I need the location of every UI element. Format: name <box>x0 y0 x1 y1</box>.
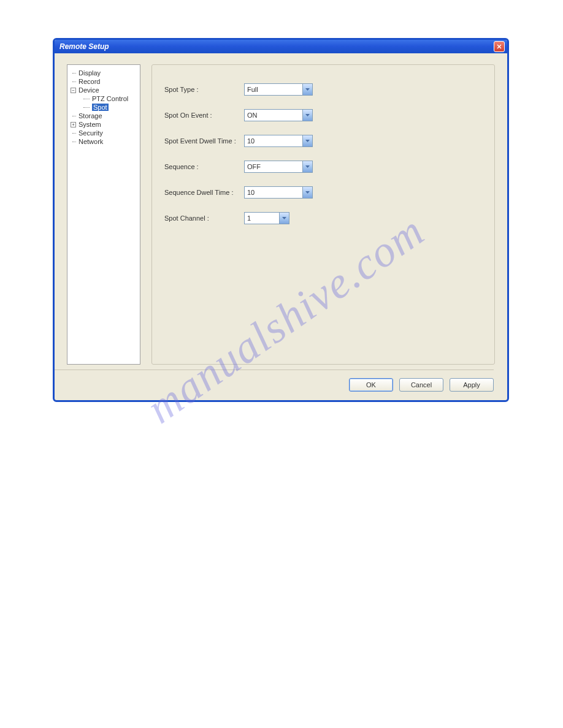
tree-label: Display <box>79 69 101 77</box>
tree-label: Device <box>79 86 99 94</box>
row-spot-on-event: Spot On Event : ON <box>164 109 482 121</box>
tree-label: System <box>79 121 101 128</box>
remote-setup-dialog: Remote Setup Display Record − Device PTZ… <box>53 38 509 402</box>
dialog-content: Display Record − Device PTZ Control Spot… <box>55 53 507 378</box>
chevron-down-icon <box>302 84 312 95</box>
ok-button[interactable]: OK <box>349 378 393 392</box>
tree-item-display[interactable]: Display <box>70 69 137 77</box>
label-spot-on-event: Spot On Event : <box>164 112 244 119</box>
dropdown-spot-on-event[interactable]: ON <box>244 109 313 121</box>
dropdown-spot-type[interactable]: Full <box>244 83 313 96</box>
label-sequence: Sequence : <box>164 163 244 170</box>
collapse-icon[interactable]: − <box>71 88 76 93</box>
titlebar: Remote Setup <box>55 40 507 53</box>
close-icon <box>497 44 502 49</box>
tree-label: Record <box>79 78 100 85</box>
tree-label: Network <box>79 138 103 145</box>
dropdown-value: 10 <box>245 189 302 196</box>
tree-item-storage[interactable]: Storage <box>70 112 137 120</box>
window-title: Remote Setup <box>59 42 109 51</box>
tree-item-network[interactable]: Network <box>70 137 137 146</box>
dropdown-spot-channel[interactable]: 1 <box>244 212 289 224</box>
chevron-down-icon <box>302 135 312 146</box>
dropdown-spot-event-dwell-time[interactable]: 10 <box>244 135 313 147</box>
tree-label: PTZ Control <box>92 95 128 102</box>
settings-panel: Spot Type : Full Spot On Event : ON Spot… <box>151 64 495 365</box>
close-button[interactable] <box>494 41 505 52</box>
tree-item-device[interactable]: − Device <box>70 86 137 94</box>
dropdown-value: 1 <box>245 214 279 222</box>
dropdown-sequence-dwell-time[interactable]: 10 <box>244 186 313 199</box>
chevron-down-icon <box>302 161 312 172</box>
chevron-down-icon <box>279 213 289 224</box>
expand-icon[interactable]: + <box>71 122 76 127</box>
chevron-down-icon <box>302 187 312 198</box>
dropdown-value: OFF <box>245 163 302 170</box>
tree-item-record[interactable]: Record <box>70 77 137 86</box>
tree-item-system[interactable]: + System <box>70 120 137 129</box>
tree-label: Spot <box>92 104 109 111</box>
cancel-button[interactable]: Cancel <box>399 378 443 392</box>
apply-button[interactable]: Apply <box>450 378 494 392</box>
label-spot-event-dwell-time: Spot Event Dwell Time : <box>164 137 244 145</box>
tree-item-spot[interactable]: Spot <box>70 103 137 112</box>
dropdown-sequence[interactable]: OFF <box>244 161 313 173</box>
tree-item-security[interactable]: Security <box>70 129 137 137</box>
dropdown-value: 10 <box>245 137 302 145</box>
label-spot-type: Spot Type : <box>164 86 244 93</box>
tree-item-ptz-control[interactable]: PTZ Control <box>70 94 137 103</box>
tree-label: Security <box>79 129 103 137</box>
row-sequence-dwell-time: Sequence Dwell Time : 10 <box>164 186 482 199</box>
row-spot-event-dwell-time: Spot Event Dwell Time : 10 <box>164 135 482 147</box>
dropdown-value: ON <box>245 112 302 119</box>
row-spot-channel: Spot Channel : 1 <box>164 212 482 224</box>
dialog-footer: OK Cancel Apply <box>349 378 494 392</box>
label-sequence-dwell-time: Sequence Dwell Time : <box>164 189 244 196</box>
row-spot-type: Spot Type : Full <box>164 83 482 96</box>
chevron-down-icon <box>302 110 312 121</box>
row-sequence: Sequence : OFF <box>164 161 482 173</box>
dropdown-value: Full <box>245 86 302 93</box>
label-spot-channel: Spot Channel : <box>164 214 244 222</box>
tree-label: Storage <box>79 112 102 119</box>
nav-tree: Display Record − Device PTZ Control Spot… <box>67 64 140 365</box>
